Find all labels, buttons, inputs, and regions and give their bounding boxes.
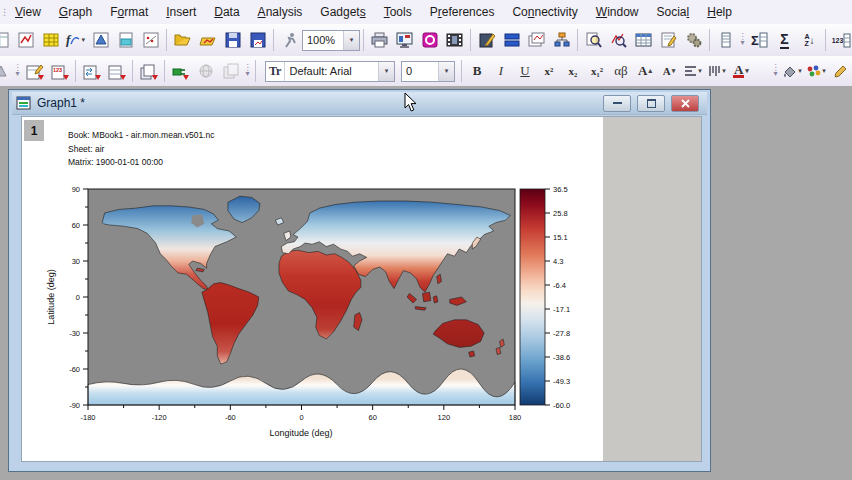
new-matrix-button[interactable] [39,29,62,52]
vertical-text-button[interactable]: ▾ [707,61,727,82]
align-dropdown-arrow[interactable]: ▾ [698,67,702,75]
tick-label: -17.1 [553,305,570,314]
refresh-runner-button[interactable] [278,29,301,52]
set-column-values-button[interactable]: 123 [830,29,852,52]
graph-window-titlebar[interactable]: Graph1 * [12,92,707,115]
worksheet-view-button[interactable] [632,29,655,52]
bold-button[interactable]: B [467,61,487,82]
menu-item-window[interactable]: Window [587,5,648,19]
new-workbook-icon [0,31,10,49]
new-layout-button[interactable] [139,29,162,52]
menu-item-help[interactable]: Help [698,5,741,19]
reimport-icon [107,62,127,81]
align-button[interactable]: ▾ [683,61,703,82]
toolbar-grip[interactable]: ⋮▾ [243,65,252,77]
greek-button[interactable]: αβ [611,61,631,82]
code-builder-button[interactable] [682,29,705,52]
clipped-tool-button[interactable] [0,60,12,83]
new-notes-icon [117,31,135,49]
save-project-button[interactable] [221,29,244,52]
blue-bars-icon [503,31,521,49]
clone-import-button[interactable] [219,60,242,83]
menu-item-tools[interactable]: Tools [375,5,421,19]
add-column-button[interactable] [714,29,737,52]
font-dropdown-arrow[interactable]: ▾ [378,62,394,81]
menu-item-analysis[interactable]: Analysis [249,5,312,19]
new-3d-plot-button[interactable] [89,29,112,52]
decrease-font-button[interactable]: A▾ [659,61,679,82]
zoom-combo[interactable]: 100%▾ [302,30,360,51]
video-builder-button[interactable] [443,29,466,52]
script-window-button[interactable] [657,29,680,52]
menu-item-gadgets[interactable]: Gadgets [311,5,374,19]
underline-button[interactable]: U [515,61,535,82]
font-name-combo[interactable]: TrDefault: Arial▾ [265,61,395,82]
menu-item-preferences[interactable]: Preferences [421,5,504,19]
sub-superscript-button[interactable]: x₁² [587,61,607,82]
minimize-button[interactable] [603,95,631,112]
map-plot[interactable]: -180-120-60060120180 9060300-30-60-90 36… [40,178,580,454]
toolbar-options-grip[interactable]: ⋮▾ [738,34,747,46]
fill-color-button[interactable]: ▾ [782,61,802,82]
sum-button[interactable]: Σ [773,29,796,52]
new-workbook-button[interactable] [0,29,12,52]
insert-equation-button[interactable] [475,29,498,52]
app-center-button[interactable] [418,29,441,52]
tick-label: 90 [72,185,80,194]
close-button[interactable] [671,95,699,112]
menu-item-insert[interactable]: Insert [157,5,205,19]
menu-item-data[interactable]: Data [205,5,248,19]
font-color-dropdown-arrow[interactable]: ▾ [745,67,749,75]
print-button[interactable] [368,29,391,52]
zoom-dropdown-arrow[interactable]: ▾ [343,31,359,50]
menu-item-graph[interactable]: Graph [50,5,101,19]
slideshow-button[interactable] [393,29,416,52]
menu-item-social[interactable]: Social [648,5,699,19]
palette-button[interactable]: ▾ [806,61,826,82]
line-color-button[interactable] [830,61,850,82]
graph-window[interactable]: Graph1 * 1 Book: MBook1 - air.mon.mean.v… [8,89,711,472]
menu-item-view[interactable]: View [6,5,50,19]
open-template-button[interactable] [196,29,219,52]
new-function-plot-button[interactable]: f▾ [64,29,87,52]
import-wizard-button[interactable] [23,60,46,83]
import-ascii-button[interactable]: 123 [48,60,71,83]
new-notes-button[interactable] [114,29,137,52]
vertical-dropdown-arrow[interactable]: ▾ [722,67,726,75]
letter-A: A [638,63,647,79]
separator [273,29,274,51]
graph-page[interactable]: 1 Book: MBook1 - air.mon.mean.v501.nc Sh… [22,117,603,461]
layer-1-indicator[interactable]: 1 [24,120,44,141]
italic-button[interactable]: I [491,61,511,82]
project-explorer-button[interactable] [550,29,573,52]
reimport-dialog-button[interactable] [80,60,103,83]
find-button[interactable] [582,29,605,52]
reimport-button[interactable] [105,60,128,83]
zoom-graph-button[interactable] [607,29,630,52]
duplicate-graph-button[interactable] [525,29,548,52]
fill-dropdown-arrow[interactable]: ▾ [798,67,802,75]
web-connector-button[interactable] [194,60,217,83]
statistics-on-columns-button[interactable]: Σ [748,29,771,52]
toolbar-grip[interactable]: ⋮▾ [771,65,780,77]
font-color-button[interactable]: A▾ [731,61,751,82]
database-import-button[interactable] [169,60,192,83]
increase-font-button[interactable]: A▴ [635,61,655,82]
open-button[interactable] [171,29,194,52]
batch-import-button[interactable] [137,60,160,83]
sort-button[interactable]: AZ↓ [798,29,821,52]
restore-button[interactable] [637,95,665,112]
layer-bars-button[interactable] [500,29,523,52]
new-graph-button[interactable] [14,29,37,52]
menu-item-connectivity[interactable]: Connectivity [503,5,586,19]
palette-dropdown-arrow[interactable]: ▾ [822,67,826,75]
menu-item-format[interactable]: Format [101,5,157,19]
size-dropdown-arrow[interactable]: ▾ [438,62,454,81]
toolbar-grip[interactable]: ⋮▾ [13,65,22,77]
colorbar[interactable] [520,189,545,405]
font-size-combo[interactable]: 0▾ [401,61,455,82]
subscript-button[interactable]: x₂ [563,61,583,82]
function-dropdown-arrow[interactable]: ▾ [81,36,85,44]
save-template-button[interactable] [246,29,269,52]
superscript-button[interactable]: x² [539,61,559,82]
